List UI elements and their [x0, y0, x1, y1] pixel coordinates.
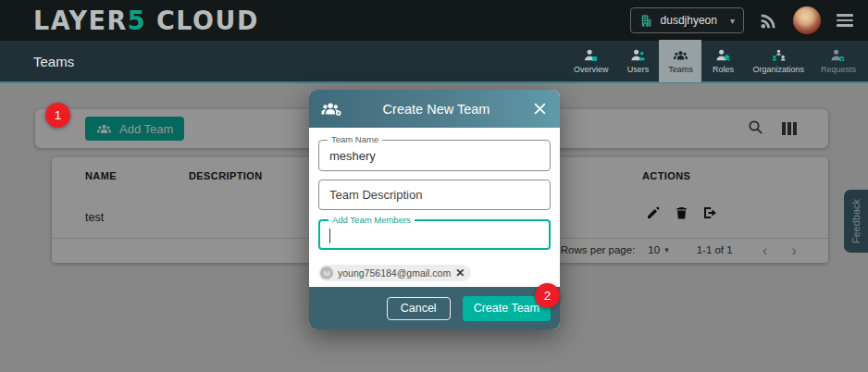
team-description-input[interactable] [319, 188, 550, 202]
annotation-step-2: 2 [535, 283, 560, 308]
organization-selector[interactable]: dusdjhyeon ▾ [630, 7, 744, 33]
add-team-members-field: Add Team Members [318, 219, 551, 250]
tab-requests[interactable]: Requests [812, 40, 864, 82]
org-selector-value: dusdjhyeon [661, 14, 717, 27]
requests-icon [830, 49, 846, 62]
header-controls: dusdjhyeon ▾ [630, 6, 853, 34]
tab-label: Organizations [752, 65, 804, 74]
tab-overview[interactable]: Overview [565, 40, 617, 82]
building-icon [639, 14, 653, 28]
page-title: Teams [33, 54, 74, 69]
user-avatar[interactable] [793, 6, 821, 34]
group-add-icon [321, 102, 341, 117]
member-chip: M young756184@gmail.com ✕ [318, 265, 471, 281]
cancel-button[interactable]: Cancel [387, 297, 451, 320]
broadcast-icon[interactable] [760, 12, 777, 30]
page-navbar: Teams Overview Users Teams Roles Organiz… [0, 41, 868, 83]
logo-text-cloud: CLOUD [146, 6, 259, 35]
modal-title: Create New Team [341, 102, 531, 117]
roles-icon [715, 49, 731, 62]
member-email: young756184@gmail.com [338, 267, 451, 279]
tab-label: Users [627, 65, 650, 74]
nav-tabs: Overview Users Teams Roles Organizations… [565, 40, 864, 82]
app-window: LAYER5 CLOUD dusdjhyeon ▾ Teams Overview [0, 0, 868, 372]
tab-users[interactable]: Users [616, 40, 659, 82]
remove-member-icon[interactable]: ✕ [455, 267, 465, 279]
team-description-field [318, 180, 551, 210]
add-team-members-label: Add Team Members [329, 215, 415, 225]
logo-text-five: 5 [128, 6, 146, 35]
create-team-modal: Create New Team Team Name Add Team Membe… [309, 90, 560, 329]
annotation-step-1: 1 [45, 103, 70, 128]
close-icon[interactable] [531, 101, 548, 118]
tab-organizations[interactable]: Organizations [744, 40, 812, 82]
modal-footer: Cancel Create Team [309, 287, 560, 329]
team-name-label: Team Name [328, 134, 382, 144]
tab-label: Roles [713, 65, 734, 74]
tab-roles[interactable]: Roles [701, 40, 744, 82]
tab-label: Teams [668, 65, 693, 74]
tab-label: Overview [574, 65, 609, 74]
layer5-cloud-logo[interactable]: LAYER5 CLOUD [33, 6, 259, 35]
tab-teams[interactable]: Teams [659, 40, 701, 82]
team-name-field: Team Name [318, 140, 551, 171]
modal-header: Create New Team [309, 90, 560, 128]
member-avatar: M [320, 267, 333, 279]
top-header-bar: LAYER5 CLOUD dusdjhyeon ▾ [0, 0, 868, 41]
tab-label: Requests [821, 65, 856, 74]
logo-text-layer: LAYER [33, 6, 128, 35]
teams-icon [673, 49, 688, 62]
add-team-members-input[interactable] [320, 228, 549, 242]
caret-down-icon: ▾ [730, 16, 735, 26]
menu-icon[interactable] [837, 14, 853, 26]
overview-icon [583, 49, 599, 62]
text-cursor [329, 229, 330, 243]
users-icon [630, 49, 646, 62]
organizations-icon [771, 49, 787, 62]
modal-body: Team Name Add Team Members M young756184… [309, 128, 560, 287]
team-name-input[interactable] [319, 149, 550, 163]
